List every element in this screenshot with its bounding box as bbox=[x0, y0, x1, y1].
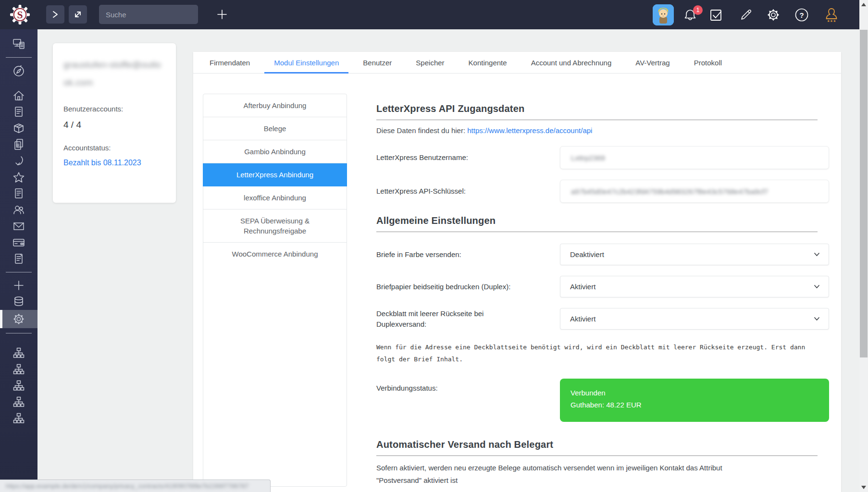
org-chart-icon bbox=[12, 412, 25, 425]
scroll-down-arrow[interactable] bbox=[861, 486, 866, 489]
submenu-item-letterxpress[interactable]: LetterXpress Anbindung bbox=[203, 163, 347, 186]
database-icon bbox=[12, 295, 25, 308]
connection-status-box: Verbunden Guthaben: 48.22 EUR bbox=[560, 379, 829, 422]
submenu-item-belege[interactable]: Belege bbox=[203, 117, 347, 140]
add-new-button[interactable] bbox=[213, 6, 231, 23]
section-divider bbox=[376, 455, 818, 456]
chevron-down-icon bbox=[814, 284, 820, 289]
color-send-label: Briefe in Farbe versenden: bbox=[376, 249, 521, 260]
api-hint-text: Diese Daten findest du hier: bbox=[376, 126, 467, 135]
invoice-icon bbox=[12, 187, 25, 200]
tab-av-vertrag[interactable]: AV-Vertrag bbox=[629, 52, 676, 74]
user-accounts-label: Benutzeraccounts: bbox=[63, 105, 165, 113]
sidebar-item-mail[interactable] bbox=[0, 218, 37, 234]
duplex-value: Aktiviert bbox=[570, 283, 595, 291]
section-divider bbox=[376, 120, 818, 120]
tab-speicher[interactable]: Speicher bbox=[409, 52, 451, 74]
autoversand-description: Sofern aktiviert, werden neu erzeugte Be… bbox=[376, 462, 739, 487]
module-submenu: Afterbuy Anbindung Belege Gambio Anbindu… bbox=[203, 94, 347, 487]
sidebar-item-data[interactable] bbox=[0, 294, 37, 310]
sidebar-item-favorites[interactable] bbox=[0, 169, 37, 185]
page-scrollbar[interactable] bbox=[859, 0, 868, 492]
sidebar-item-reports[interactable] bbox=[0, 251, 37, 267]
import-arrow-icon bbox=[12, 155, 25, 167]
star-icon bbox=[12, 171, 25, 184]
edit-pencil-icon[interactable] bbox=[739, 8, 753, 22]
sidebar-item-workflow-1[interactable] bbox=[0, 345, 37, 361]
svg-text:★★★: ★★★ bbox=[827, 19, 836, 23]
sidebar-item-products[interactable] bbox=[0, 120, 37, 136]
submenu-item-sepa[interactable]: SEPA Überweisung & Rechnungsfreigabe bbox=[203, 209, 347, 243]
connection-status-label: Verbindungsstatus: bbox=[376, 383, 521, 394]
sidebar-item-settings[interactable] bbox=[0, 310, 37, 328]
section-title-autoversand: Automatischer Versand nach Belegart bbox=[376, 439, 831, 450]
tab-benutzer[interactable]: Benutzer bbox=[356, 52, 398, 74]
sidebar-divider bbox=[6, 272, 32, 272]
settings-gear-icon[interactable] bbox=[766, 8, 781, 22]
username-input[interactable]: Lxttrp2369 bbox=[560, 146, 829, 169]
sidebar-item-invoices[interactable] bbox=[0, 185, 37, 202]
tab-account-abrechnung[interactable]: Account und Abrechnung bbox=[524, 52, 619, 74]
help-icon[interactable]: ? bbox=[794, 8, 809, 22]
documents-icon bbox=[12, 138, 25, 151]
sidebar-item-documents[interactable] bbox=[0, 136, 37, 153]
sidebar-nav bbox=[0, 29, 37, 492]
duplex-label: Briefpapier beidseitig bedrucken (Duplex… bbox=[376, 282, 521, 292]
module-settings-content: LetterXpress API Zugangsdaten Diese Date… bbox=[376, 74, 831, 487]
sidebar-expand-button[interactable] bbox=[46, 5, 64, 24]
sidebar-item-payments[interactable] bbox=[0, 234, 37, 251]
compass-icon bbox=[12, 64, 25, 77]
fullscreen-button[interactable] bbox=[69, 5, 87, 24]
letterxpress-account-link[interactable]: https://www.letterxpress.de/account/api bbox=[467, 126, 592, 135]
sidebar-divider bbox=[6, 57, 32, 58]
submenu-item-lexoffice[interactable]: lexoffice Anbindung bbox=[203, 186, 347, 209]
sidebar-item-workflow-3[interactable] bbox=[0, 378, 37, 394]
sidebar-item-add[interactable] bbox=[0, 277, 37, 294]
app-window: S bbox=[0, 0, 868, 492]
tasks-checkbox-icon[interactable] bbox=[709, 8, 723, 22]
api-hint: Diese Daten findest du hier: https://www… bbox=[376, 126, 831, 135]
submenu-item-gambio[interactable]: Gambio Anbindung bbox=[203, 140, 347, 163]
chevron-down-icon bbox=[814, 252, 820, 257]
apikey-input[interactable]: a97b45d0e47c2b423fd4759b4d983267f8e43c57… bbox=[560, 180, 829, 203]
user-avatar[interactable] bbox=[653, 4, 674, 25]
document-icon bbox=[12, 106, 25, 118]
sidebar-item-home[interactable] bbox=[0, 87, 37, 104]
sidebar-item-workflow-5[interactable] bbox=[0, 410, 37, 427]
username-value: Lxttrp2369 bbox=[571, 154, 605, 162]
account-status-label: Accountstatus: bbox=[63, 144, 165, 152]
tab-kontingente[interactable]: Kontingente bbox=[462, 52, 514, 74]
sidebar-item-workplace[interactable] bbox=[0, 36, 37, 52]
user-accounts-value: 4 / 4 bbox=[63, 120, 165, 130]
account-person-icon[interactable]: ★★★ bbox=[824, 8, 839, 22]
statusbar-url: https://app.example.de/de/v1/company/pri… bbox=[6, 482, 248, 490]
org-chart-icon bbox=[12, 396, 25, 408]
add-icon bbox=[12, 279, 25, 292]
sidebar-item-explore[interactable] bbox=[0, 62, 37, 79]
tab-modul-einstellungen[interactable]: Modul Einstellungen bbox=[267, 52, 346, 74]
scrollbar-thumb[interactable] bbox=[860, 30, 868, 357]
color-send-value: Deaktiviert bbox=[570, 250, 604, 258]
account-status-link[interactable]: Bezahlt bis 08.11.2023 bbox=[63, 159, 141, 167]
coverpage-select[interactable]: Aktiviert bbox=[560, 308, 829, 330]
tab-protokoll[interactable]: Protokoll bbox=[687, 52, 729, 74]
account-email: graustufen-stoffe@outlook.com bbox=[63, 56, 165, 91]
sidebar-item-orders[interactable] bbox=[0, 104, 37, 120]
sidebar-item-imports[interactable] bbox=[0, 153, 37, 169]
sidebar-item-workflow-2[interactable] bbox=[0, 361, 37, 378]
search-input[interactable] bbox=[99, 5, 198, 24]
color-send-select[interactable]: Deaktiviert bbox=[560, 244, 829, 265]
settings-gear-icon bbox=[12, 313, 25, 325]
svg-text:S: S bbox=[17, 9, 23, 21]
submenu-item-woocommerce[interactable]: WooCommerce Anbindung bbox=[203, 243, 347, 265]
contacts-icon bbox=[12, 204, 25, 216]
duplex-select[interactable]: Aktiviert bbox=[560, 276, 829, 297]
sidebar-item-contacts[interactable] bbox=[0, 202, 37, 218]
sidebar-item-workflow-4[interactable] bbox=[0, 394, 37, 410]
report-icon bbox=[12, 253, 25, 265]
scroll-up-arrow[interactable] bbox=[861, 3, 866, 6]
settings-panel: Firmendaten Modul Einstellungen Benutzer… bbox=[193, 52, 841, 492]
tab-firmendaten[interactable]: Firmendaten bbox=[203, 52, 257, 74]
submenu-item-afterbuy[interactable]: Afterbuy Anbindung bbox=[203, 94, 347, 117]
app-logo-icon[interactable]: S bbox=[10, 4, 30, 25]
